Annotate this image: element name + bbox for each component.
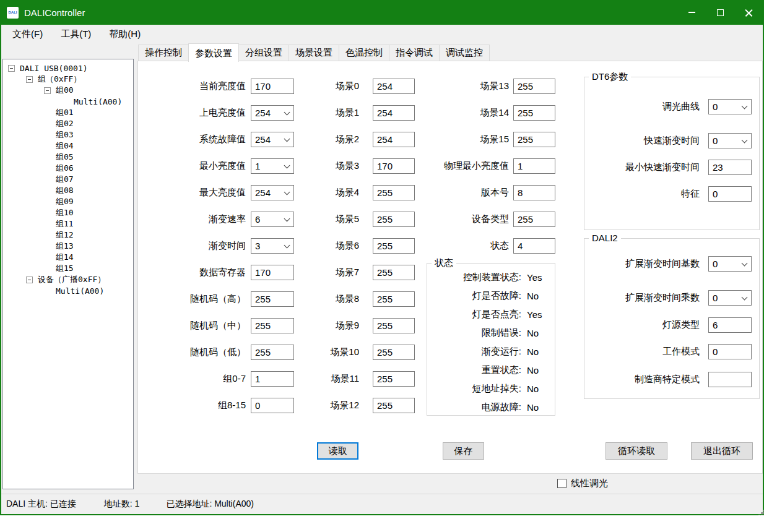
tab[interactable]: 分组设置 [238,45,289,61]
tree-item[interactable]: 组05 [3,152,133,163]
field-input[interactable] [708,372,752,387]
field-input[interactable] [373,318,415,333]
tree-collapse-icon[interactable] [26,76,33,83]
field-label: 调光曲线 [584,101,700,113]
tree-collapse-icon[interactable] [8,65,15,72]
tab[interactable]: 场景设置 [289,45,339,61]
field-input[interactable] [708,256,752,272]
tree-item[interactable]: 组11 [3,218,133,230]
tree-item[interactable]: 组00 [3,85,133,96]
field-label: 灯源类型 [584,319,700,331]
tree-item[interactable]: 组（0xFF） [3,74,133,85]
minimize-button[interactable] [677,0,706,25]
menu-item[interactable]: 文件(F) [6,26,49,43]
field-input[interactable] [708,99,752,114]
read-button[interactable]: 读取 [317,442,358,460]
tree-item[interactable]: Multi(A00) [3,96,133,107]
tree-item[interactable]: 组13 [3,241,133,252]
tab[interactable]: 参数设置 [188,43,239,62]
field-input[interactable] [513,79,555,94]
field-input[interactable] [373,398,415,413]
tree-item[interactable]: 组10 [3,207,133,218]
tree-item[interactable]: 组06 [3,163,133,174]
tree-item[interactable]: DALI USB(0001) [3,62,133,74]
field-input[interactable] [513,238,555,254]
tree-collapse-icon[interactable] [44,87,51,94]
tree-item[interactable]: 组15 [3,263,133,274]
resize-grip[interactable] [758,510,760,512]
field-input[interactable] [373,158,415,174]
statusbar-selected-address: 已选择地址: Multi(A00) [166,499,254,510]
status-label: 渐变运行: [427,346,521,358]
field-input[interactable] [251,238,294,254]
field-input[interactable] [708,133,752,148]
tree-item[interactable]: 组07 [3,174,133,185]
exit-loop-button[interactable]: 退出循环 [691,442,753,460]
field-input[interactable] [373,238,415,254]
field-label: 快速渐变时间 [584,135,700,147]
field-label: 场景1 [302,107,359,119]
save-button[interactable]: 保存 [443,442,484,460]
tree-collapse-icon[interactable] [26,277,33,283]
field-row: 物理最小亮度值 [441,158,555,174]
tab[interactable]: 调试监控 [439,45,490,61]
linear-dimming-checkbox[interactable]: 线性调光 [557,478,608,489]
field-input[interactable] [373,105,415,121]
tree-item[interactable]: 组08 [3,185,133,196]
loop-read-button[interactable]: 循环读取 [606,442,667,460]
field-input[interactable] [373,132,415,147]
field-input[interactable] [251,398,294,413]
field-label: 场景8 [302,293,359,305]
field-input[interactable] [251,265,294,280]
close-button[interactable] [734,0,763,25]
field-input[interactable] [373,371,415,387]
tree-item[interactable]: 组14 [3,252,133,263]
field-input[interactable] [251,291,294,307]
field-input[interactable] [513,132,555,147]
field-input[interactable] [513,158,555,174]
tree-item[interactable]: 组12 [3,230,133,241]
tree-item[interactable]: 设备（广播0xFF） [3,274,133,285]
parameter-settings-page: 当前亮度值 上电亮度值 系统故障值 最小亮度值 最大亮度值 [137,61,763,474]
field-input[interactable] [373,265,415,280]
field-input[interactable] [513,105,555,121]
field-row: 场景1 [302,105,415,121]
field-input[interactable] [251,345,294,360]
tab[interactable]: 指令调试 [389,45,440,61]
checkbox-box-icon[interactable] [557,479,566,488]
tab[interactable]: 操作控制 [138,45,189,61]
field-input[interactable] [251,79,294,94]
field-input[interactable] [373,185,415,200]
field-input[interactable] [251,185,294,200]
tree-item[interactable]: 组01 [3,107,133,118]
field-input[interactable] [373,212,415,227]
tree-item[interactable]: Multi(A00) [3,285,133,296]
field-input[interactable] [251,105,294,121]
menu-item[interactable]: 工具(T) [54,26,97,43]
field-input[interactable] [373,79,415,94]
field-input[interactable] [251,132,294,147]
field-input[interactable] [251,371,294,387]
field-input[interactable] [708,186,752,202]
field-input[interactable] [513,212,555,227]
field-input[interactable] [708,344,752,359]
tab[interactable]: 色温控制 [339,45,389,61]
tree-item[interactable]: 组02 [3,118,133,129]
menu-item[interactable]: 帮助(H) [103,26,147,43]
group-field-row: 工作模式 [584,344,759,359]
field-input[interactable] [373,345,415,360]
field-input[interactable] [373,291,415,307]
tree-item[interactable]: 组09 [3,196,133,207]
field-input[interactable] [708,160,752,175]
field-input[interactable] [708,317,752,333]
field-input-wrap [373,105,415,121]
field-input[interactable] [513,185,555,200]
tree-item[interactable]: 组03 [3,129,133,140]
maximize-button[interactable] [706,0,734,25]
field-input[interactable] [708,290,752,306]
field-input[interactable] [251,158,294,174]
field-input-wrap [708,344,752,359]
tree-item[interactable]: 组04 [3,140,133,152]
field-input[interactable] [251,318,294,333]
field-input[interactable] [251,212,294,227]
